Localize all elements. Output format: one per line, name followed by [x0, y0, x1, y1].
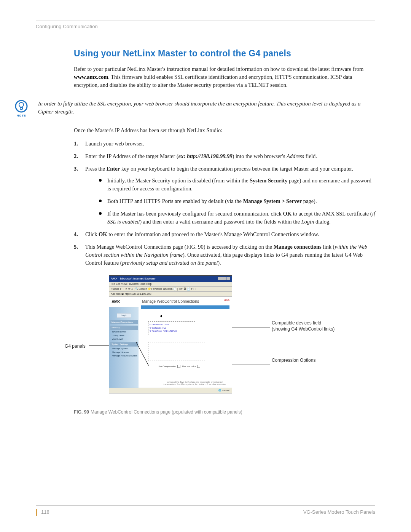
b3-tail: dialog.	[314, 219, 331, 225]
browser-addressbar: Address ▣ http://198.198.192.198	[109, 292, 232, 297]
leader-line-left	[89, 345, 109, 346]
step5-pre: This Manage WebControl Connections page …	[85, 244, 274, 250]
b3-mid: to accept the AMX SSL certificate (	[292, 211, 372, 217]
step5-mid: link (	[322, 244, 335, 250]
device-3: TechPubs-NXD-1700VG	[150, 329, 194, 333]
running-header: Configuring Communication	[36, 23, 375, 30]
b3-ok: OK	[283, 211, 292, 217]
checkbox-icon	[197, 365, 200, 368]
figure-label-left: G4 panels	[65, 343, 86, 349]
figure-label-right-2: Compression Options	[272, 357, 315, 363]
nav-manage-connections: Manage Connections	[110, 320, 138, 324]
browser-main: TechPubs-CV10 techpubs-mvp TechPubs-NXD-…	[139, 304, 232, 388]
lead-in: Once the Master's IP Address has been se…	[74, 126, 375, 134]
leader-line-r1	[232, 328, 270, 328]
java-logo: Java	[224, 298, 229, 302]
step4-ok: OK	[99, 231, 107, 237]
caption-num: FIG. 90	[74, 409, 89, 415]
step3-post: key on your keyboard to begin the commun…	[120, 166, 353, 172]
device-1: TechPubs-CV10	[150, 323, 194, 326]
step-5: This Manage WebControl Connections page …	[74, 243, 375, 267]
doc-title-footer: VG-Series Modero Touch Panels	[303, 509, 375, 516]
b3-login: Login	[301, 219, 314, 225]
nav-manage-license: Manage License	[110, 351, 138, 354]
section-heading: Using your NetLinx Master to control the…	[74, 47, 375, 60]
page-number: 118	[36, 509, 49, 516]
nav-manage-netlinx: Manage NetLinx Devices	[110, 354, 138, 358]
intro-pre: Refer to your particular NetLinx Master'…	[74, 66, 363, 72]
step3-bullets: Initially, the Master Security option is…	[99, 177, 375, 226]
nav-system-settings: System Settings	[110, 342, 138, 347]
step5-ital2: previously setup and activated on the pa…	[122, 260, 218, 266]
note-label: NOTE	[13, 113, 30, 118]
nav-security: Security	[110, 326, 138, 330]
step5-tail: ).	[218, 260, 221, 266]
step2-address: Address	[287, 153, 304, 159]
steps-list: Launch your web browser. Enter the IP Ad…	[74, 140, 375, 267]
step3-enter: Enter	[107, 166, 120, 172]
svg-rect-1	[20, 107, 22, 109]
device-2: techpubs-mvp	[150, 326, 194, 330]
step-3: Press the Enter key on your keyboard to …	[74, 165, 375, 226]
nav-group-level: Group Level	[110, 334, 138, 337]
step-2: Enter the IP Address of the target Maste…	[74, 152, 375, 160]
window-title: AMX - Microsoft Internet Explorer	[111, 276, 156, 281]
page-footer: 118 VG-Series Modero Touch Panels	[36, 505, 375, 516]
use-compression-label: Use Compression	[158, 365, 176, 367]
b2-pre: Both HTTP and HTTPS Ports are enabled by…	[107, 198, 243, 204]
bullet-3: If the Master has been previously config…	[99, 210, 375, 226]
intro-post: . This firmware build enables SSL certif…	[74, 74, 352, 88]
intro-paragraph: Refer to your particular NetLinx Master'…	[74, 65, 375, 89]
step-4: Click OK to enter the information and pr…	[74, 230, 375, 238]
figure-90: G4 panels AMX - Microsoft Internet Explo…	[66, 275, 375, 407]
note-text: In order to fully utilize the SSL encryp…	[38, 100, 375, 116]
empty-box	[148, 342, 205, 361]
login-button: Log in	[117, 313, 131, 318]
devices-field: TechPubs-CV10 techpubs-mvp TechPubs-NXD-…	[148, 321, 195, 335]
blue-bar	[141, 305, 229, 309]
amx-link[interactable]: www.amx.com	[74, 74, 108, 80]
top-rule	[36, 21, 375, 21]
b1-pre: Initially, the Master Security option is…	[107, 177, 250, 184]
window-buttons	[218, 277, 230, 280]
b2-bold: Manage System > Server	[243, 198, 302, 204]
window-titlebar: AMX - Microsoft Internet Explorer	[109, 276, 232, 282]
b2-post: page).	[302, 198, 317, 204]
browser-statusbar: 🌐 Internet	[109, 388, 232, 393]
leader-line-r2	[232, 364, 270, 364]
b3-pre: If the Master has been previously config…	[107, 211, 283, 217]
browser-screenshot: AMX - Microsoft Internet Explorer File E…	[109, 275, 232, 393]
step2-pre: Enter the IP Address of the target Maste…	[85, 153, 178, 159]
note-callout: NOTE In order to fully utilize the SSL e…	[13, 100, 375, 118]
compression-options: Use Compression Use low color	[158, 365, 200, 368]
step2-post: ) into the web browser's	[233, 153, 287, 159]
browser-toolbar: ↤Back ▾ → ✕ ⟳ ⌂ | 🔍Search ⭐Favorites ◉Me…	[109, 287, 232, 292]
bullet-1: Initially, the Master Security option is…	[99, 177, 375, 193]
note-icon: NOTE	[13, 100, 30, 118]
java-footer: Java and the Java Coffee logo are tradem…	[162, 381, 228, 385]
step5-bold: Manage connections	[274, 244, 322, 250]
nav-manage-system: Manage System	[110, 347, 138, 350]
step4-pre: Click	[85, 231, 99, 237]
b1-bold: System Security	[250, 177, 287, 184]
nav-system-level: System Level	[110, 330, 138, 334]
use-low-color-label: Use low color	[182, 365, 196, 367]
caption-text: Manage WebControl Connections page (popu…	[91, 409, 242, 415]
step-1: Launch your web browser.	[74, 140, 375, 148]
arrowhead-icon	[160, 314, 163, 317]
step2-tail: field.	[304, 153, 317, 159]
step3-pre: Press the	[85, 166, 107, 172]
b3-post2: ) and then enter a valid username and pa…	[140, 219, 301, 225]
checkbox-icon	[177, 365, 180, 368]
step2-example: ex: http://198.198.99.99	[178, 153, 233, 159]
step4-post: to enter the information and proceed to …	[107, 231, 319, 237]
bullet-2: Both HTTP and HTTPS Ports are enabled by…	[99, 197, 375, 205]
figure-label-right-1: Compatible devices field (showing G4 Web…	[272, 320, 335, 332]
browser-menubar: File Edit View Favorites Tools Help	[109, 282, 232, 287]
nav-user-level: User Level	[110, 337, 138, 341]
figure-caption: FIG. 90Manage WebControl Connections pag…	[74, 409, 375, 415]
nav-sidebar: Log in Manage Connections Security Syste…	[109, 304, 139, 388]
